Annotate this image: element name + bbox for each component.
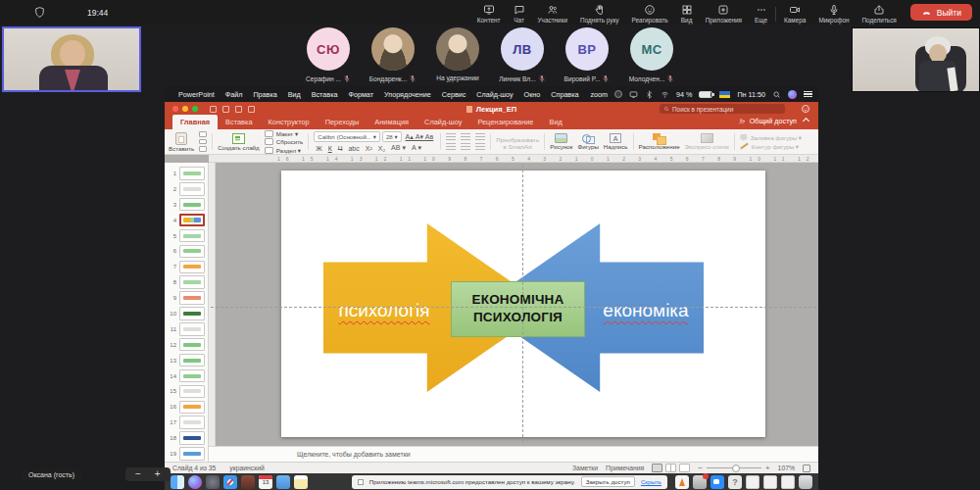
- smartart-button[interactable]: Преобразовать в SmartArt: [496, 131, 539, 152]
- spotlight-icon[interactable]: [772, 90, 781, 99]
- format-painter-icon[interactable]: [199, 146, 207, 152]
- cut-icon[interactable]: [199, 131, 207, 137]
- folder-icon[interactable]: [276, 475, 290, 489]
- help-icon[interactable]: ?: [728, 475, 742, 489]
- menu-item[interactable]: Справка: [551, 90, 578, 99]
- slide-thumbnail[interactable]: 6: [165, 243, 208, 259]
- calendar-icon[interactable]: 13: [259, 475, 272, 489]
- format-button[interactable]: А ▾: [410, 144, 423, 152]
- maximize-window-icon[interactable]: [192, 106, 198, 112]
- display-icon[interactable]: [629, 90, 638, 99]
- font-size-select[interactable]: 28 ▾: [382, 131, 402, 142]
- format-button[interactable]: Ж: [314, 145, 323, 152]
- toolbar-camera[interactable]: Камера: [784, 2, 806, 24]
- window-preview[interactable]: [763, 475, 777, 489]
- new-doc-icon[interactable]: [210, 106, 217, 113]
- zoom-out-button[interactable]: −: [135, 469, 141, 479]
- slide-thumbnail[interactable]: 18: [165, 430, 208, 446]
- menu-item[interactable]: Вид: [288, 90, 301, 99]
- zoom-out-button[interactable]: −: [698, 464, 703, 472]
- slideshow-view-button[interactable]: [679, 464, 690, 472]
- slide-thumbnail[interactable]: 17: [165, 415, 208, 430]
- language-indicator[interactable]: украинский: [229, 465, 264, 471]
- font-name-select[interactable]: Calibri (Основной... ▾: [314, 131, 380, 142]
- shape-fill-button[interactable]: Заливка фигуры ▾: [740, 134, 802, 141]
- participant-video-tile[interactable]: [852, 27, 980, 92]
- slide-thumbnail[interactable]: 1: [165, 166, 208, 181]
- zoom-app-icon[interactable]: [710, 475, 724, 489]
- close-window-icon[interactable]: [172, 106, 178, 112]
- paste-button[interactable]: Вставить: [169, 131, 194, 152]
- menu-item[interactable]: Сервис: [442, 90, 466, 99]
- zoom-slider-knob[interactable]: [732, 465, 740, 472]
- zoom-app-label[interactable]: zoom: [590, 90, 608, 99]
- notification-checkbox[interactable]: [358, 479, 364, 485]
- ribbon-tab[interactable]: Переходы: [318, 115, 368, 129]
- align-left-icon[interactable]: [446, 143, 456, 150]
- slide-sorter-view-button[interactable]: [665, 464, 676, 472]
- notes-icon[interactable]: [294, 475, 308, 489]
- align-center-icon[interactable]: [461, 143, 470, 150]
- screen-record-icon[interactable]: [614, 90, 622, 98]
- copy-icon[interactable]: [199, 139, 207, 145]
- minimize-window-icon[interactable]: [182, 106, 188, 112]
- presentation-search-input[interactable]: Поиск в презентации: [660, 104, 785, 114]
- format-button[interactable]: К: [326, 145, 334, 152]
- slide-thumbnail[interactable]: 14: [165, 368, 208, 384]
- align-right-icon[interactable]: [475, 143, 485, 150]
- ribbon-tab[interactable]: Рецензирование: [469, 115, 541, 129]
- toolbar-react[interactable]: Реагировать: [632, 2, 668, 24]
- toolbar-content[interactable]: Контент: [477, 2, 501, 24]
- quick-styles-button[interactable]: Экспресс-стили: [685, 131, 729, 152]
- slide-thumbnail[interactable]: 13: [165, 353, 208, 368]
- toolbar-share[interactable]: Поделиться: [862, 2, 897, 24]
- leave-button[interactable]: Выйти: [910, 4, 972, 21]
- Линник Вл...[interactable]: ЛВ Линник Вл...: [498, 27, 547, 82]
- slide-thumbnail[interactable]: 3: [165, 197, 208, 213]
- notes-toggle[interactable]: Заметки: [572, 465, 598, 471]
- ribbon-tab[interactable]: Вид: [541, 115, 569, 129]
- menu-item[interactable]: Правка: [253, 90, 276, 99]
- picture-button[interactable]: Рисунок: [550, 131, 572, 152]
- toolbar-chat[interactable]: Чат: [514, 2, 525, 24]
- menu-item[interactable]: Окно: [524, 90, 541, 99]
- indent-icon[interactable]: [475, 133, 485, 140]
- format-button[interactable]: X²: [364, 145, 374, 152]
- wifi-icon[interactable]: [661, 90, 669, 99]
- economics-label[interactable]: економіка: [587, 296, 705, 325]
- vlc-icon[interactable]: [675, 475, 689, 489]
- toolbar-more[interactable]: Еще: [755, 2, 767, 24]
- menubar-clock[interactable]: Пн 11:50: [737, 90, 765, 99]
- siri-icon[interactable]: [788, 90, 797, 99]
- economic-psychology-box[interactable]: ЕКОНОМІЧНА ПСИХОЛОГІЯ: [451, 281, 585, 337]
- Бондаренк...[interactable]: Бондаренк...: [368, 27, 417, 82]
- trash-icon[interactable]: [799, 475, 812, 489]
- ribbon-tab[interactable]: Главная: [172, 115, 218, 129]
- stop-sharing-button[interactable]: Закрыть доступ: [581, 476, 635, 487]
- menu-item[interactable]: Файл: [225, 90, 243, 99]
- window-preview[interactable]: [746, 475, 760, 489]
- slide-thumbnail[interactable]: 15: [165, 383, 208, 399]
- printer-icon[interactable]: [693, 475, 707, 489]
- ribbon-tab[interactable]: Анимация: [367, 115, 416, 129]
- slide-thumbnail[interactable]: 19: [165, 446, 208, 462]
- textbox-button[interactable]: A Надпись: [604, 131, 628, 152]
- control-center-icon[interactable]: [804, 91, 812, 98]
- window-preview[interactable]: [781, 475, 795, 489]
- shapes-button[interactable]: Фигуры: [578, 131, 599, 152]
- menu-item[interactable]: Вставка: [312, 90, 338, 99]
- arrange-button[interactable]: Расположение: [639, 131, 680, 152]
- zoom-slider[interactable]: [707, 467, 761, 468]
- slide-thumbnail[interactable]: 7: [165, 259, 208, 274]
- grow-shrink-font-buttons[interactable]: А▴ А▾ Ав: [404, 133, 436, 141]
- slide-thumbnail[interactable]: 8: [165, 274, 208, 290]
- zoom-in-button[interactable]: +: [155, 469, 161, 479]
- notes-pane[interactable]: Щелкните, чтобы добавить заметки: [209, 446, 818, 462]
- Серафин ...[interactable]: СЮ Серафин ...: [304, 27, 353, 82]
- slide-thumbnail[interactable]: 9: [165, 290, 208, 306]
- slide-thumbnail[interactable]: 5: [165, 228, 208, 244]
- reset-button[interactable]: Сбросить: [265, 138, 304, 145]
- slide-thumbnail[interactable]: 10: [165, 306, 208, 321]
- books-icon[interactable]: [241, 475, 255, 489]
- hide-notification-link[interactable]: Скрыть: [641, 478, 662, 485]
